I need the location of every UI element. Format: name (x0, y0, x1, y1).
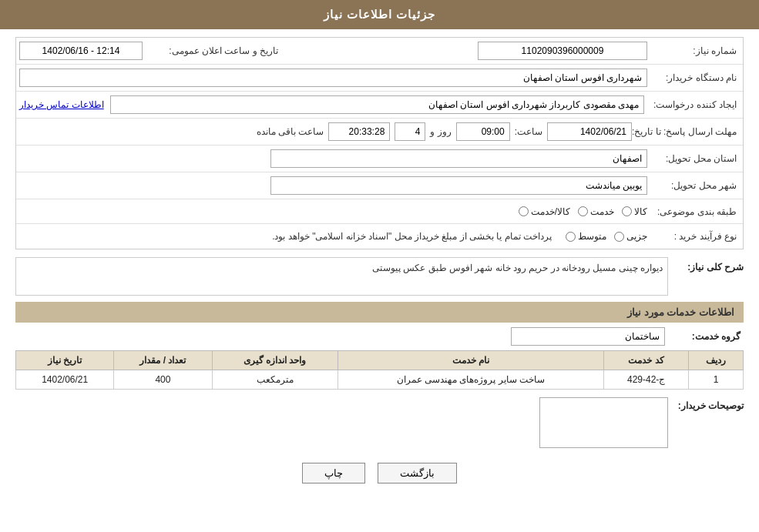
table-cell-4: 400 (114, 370, 212, 390)
city-input[interactable] (270, 176, 647, 195)
table-cell-2: ساخت سایر پروژه‌های مهندسی عمران (338, 370, 604, 390)
purchase-type-radio-medium-label[interactable]: متوسط (566, 231, 606, 242)
back-button[interactable]: بازگشت (378, 463, 457, 483)
need-number-label: شماره نیاز: (650, 44, 743, 58)
city-label: شهر محل تحویل: (650, 179, 743, 192)
page-title: جزئیات اطلاعات نیاز (324, 8, 435, 21)
services-table-container: ردیف کد خدمت نام خدمت واحد اندازه گیری ت… (15, 350, 744, 390)
button-row: بازگشت چاپ (15, 463, 744, 483)
deadline-time-label: ساعت: (515, 126, 542, 137)
requester-contact-link[interactable]: اطلاعات تماس خریدار (19, 99, 104, 110)
requester-label: ایجاد کننده درخواست: (647, 98, 743, 112)
buyer-desc-label: توصیحات خریدار: (674, 397, 744, 411)
deadline-days-input[interactable] (395, 122, 425, 141)
category-radio-kala-label[interactable]: کالا (622, 206, 647, 217)
buyer-name-input[interactable] (19, 69, 647, 87)
col-header-date: تاریخ نیاز (16, 351, 114, 370)
category-radio-both[interactable] (519, 206, 529, 216)
deadline-remaining-label: ساعت باقی مانده (257, 126, 324, 137)
service-group-input[interactable] (511, 327, 665, 346)
purchase-type-note: پرداخت تمام یا بخشی از مبلغ خریداز محل "… (266, 229, 558, 243)
col-header-code: کد خدمت (604, 351, 689, 370)
col-header-name: نام خدمت (338, 351, 604, 370)
table-cell-0: 1 (688, 370, 743, 390)
category-radio-service-label[interactable]: خدمت (578, 206, 614, 217)
services-section-title: اطلاعات خدمات مورد نیاز (15, 302, 744, 323)
need-desc-text: دیواره چینی مسیل رودخانه در حریم رود خان… (372, 263, 663, 273)
table-cell-5: 1402/06/21 (16, 370, 114, 390)
col-header-quantity: تعداد / مقدار (114, 351, 212, 370)
category-radio-kala[interactable] (622, 206, 632, 216)
need-desc-box: دیواره چینی مسیل رودخانه در حریم رود خان… (15, 257, 668, 296)
services-table: ردیف کد خدمت نام خدمت واحد اندازه گیری ت… (15, 350, 744, 390)
province-label: استان محل تحویل: (650, 152, 743, 166)
category-radio-service[interactable] (578, 206, 588, 216)
category-radio-group: کالا خدمت کالا/خدمت (19, 206, 647, 217)
announce-date-input[interactable] (19, 42, 143, 60)
requester-input[interactable] (110, 95, 644, 114)
page-header: جزئیات اطلاعات نیاز (0, 0, 759, 29)
table-row: 1ج-42-429ساخت سایر پروژه‌های مهندسی عمرا… (16, 370, 744, 390)
purchase-type-radio-medium[interactable] (566, 232, 576, 242)
category-radio-both-label[interactable]: کالا/خدمت (519, 206, 570, 217)
need-desc-label: شرح کلی نیاز: (674, 257, 744, 273)
table-cell-3: مترمکعب (212, 370, 338, 390)
deadline-countdown-input[interactable] (328, 122, 390, 141)
deadline-label: مهلت ارسال پاسخ: تا تاریخ: (635, 125, 743, 139)
buyer-name-label: نام دستگاه خریدار: (650, 71, 743, 85)
deadline-date-input[interactable] (547, 122, 632, 141)
purchase-type-label: نوع فرآیند خرید : (650, 229, 743, 243)
buyer-desc-textarea[interactable] (539, 397, 668, 448)
need-number-input[interactable] (478, 42, 647, 60)
deadline-days-label: روز و (430, 126, 451, 137)
deadline-time-input[interactable] (456, 122, 510, 141)
announce-date-label: تاریخ و ساعت اعلان عمومی: (146, 44, 284, 58)
purchase-type-radio-minor[interactable] (614, 232, 624, 242)
purchase-type-radio-group: جزیی متوسط (566, 231, 647, 242)
service-group-label: گروه خدمت: (671, 331, 741, 342)
col-header-row: ردیف (688, 351, 743, 370)
print-button[interactable]: چاپ (302, 463, 365, 483)
category-label: طبقه بندی موضوعی: (650, 205, 743, 219)
col-header-unit: واحد اندازه گیری (212, 351, 338, 370)
table-cell-1: ج-42-429 (604, 370, 689, 390)
province-input[interactable] (270, 149, 647, 168)
purchase-type-radio-minor-label[interactable]: جزیی (614, 231, 647, 242)
